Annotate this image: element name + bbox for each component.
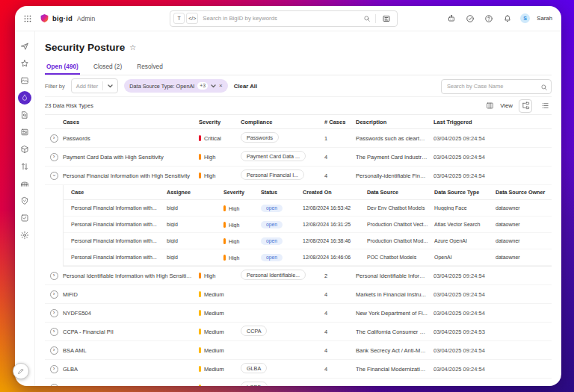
global-search-input[interactable]: [203, 15, 359, 22]
columns-icon[interactable]: [486, 102, 494, 110]
add-filter-label: Add filter: [76, 83, 99, 90]
severity-label: High: [204, 172, 215, 179]
sidebar-item-policies[interactable]: [16, 209, 33, 226]
expander-icon[interactable]: ›: [50, 346, 58, 355]
sidebar-item-security-posture[interactable]: [16, 89, 33, 106]
severity-bar: [199, 347, 201, 353]
table-row[interactable]: ›Personal Identifiable Information with …: [45, 267, 552, 285]
tab-closed[interactable]: Closed (2): [92, 63, 123, 75]
bigid-logo[interactable]: big·id Admin: [40, 13, 95, 23]
logo-text: big·id: [52, 14, 72, 22]
severity-cell: Medium: [199, 347, 241, 354]
status-badge: open: [261, 205, 283, 212]
severity-label: High: [204, 154, 215, 161]
topbar-actions: S Sarah: [445, 13, 552, 25]
expander-icon[interactable]: ›: [50, 365, 58, 373]
search-icon[interactable]: [363, 12, 371, 25]
dashboard-image-icon: [20, 76, 29, 85]
sidebar-item-retention[interactable]: [16, 192, 33, 209]
severity-bar: [223, 255, 226, 261]
edit-fab[interactable]: [13, 363, 29, 379]
expander-icon[interactable]: ›: [50, 153, 58, 161]
case-name: GLBA: [63, 366, 199, 373]
sub-table-row[interactable]: Personal Financial Information with...bi…: [64, 217, 552, 233]
avatar[interactable]: S: [520, 13, 530, 23]
column-header: # Cases: [324, 119, 356, 125]
clear-all-button[interactable]: Clear All: [234, 83, 257, 90]
status-cell: open: [261, 205, 303, 212]
expander-icon[interactable]: ›: [50, 134, 58, 143]
expander-cell: ›: [45, 285, 63, 303]
expander-column-header: [45, 115, 63, 128]
severity-cell: Medium: [199, 329, 241, 335]
advanced-search-icon[interactable]: [380, 13, 392, 25]
settings-gear-icon: [20, 231, 29, 240]
case-search-input[interactable]: [441, 79, 552, 94]
sidebar-item-explore[interactable]: [16, 37, 33, 55]
tab-open[interactable]: Open (490): [45, 63, 80, 75]
add-filter-dropdown[interactable]: Add filter: [71, 78, 119, 93]
severity-cell: High: [223, 255, 261, 261]
sidebar-item-settings[interactable]: [16, 226, 33, 243]
expander-icon[interactable]: ›: [50, 328, 58, 336]
case-count: 1: [324, 135, 356, 142]
column-header: Assignee: [167, 189, 223, 196]
expander-icon[interactable]: ›: [50, 272, 58, 280]
sidebar-item-dashboard[interactable]: [16, 72, 33, 89]
list-view-toggle[interactable]: [538, 99, 552, 113]
column-header: Case: [71, 189, 167, 196]
case-count: 4: [324, 310, 356, 317]
sidebar-item-favorites[interactable]: [16, 55, 33, 72]
severity-cell: Critical: [199, 135, 241, 142]
data-source-type: Azure OpenAI: [434, 238, 496, 243]
expander-cell: ›: [45, 341, 63, 359]
bigid-admin-window: big·id Admin T </>: [15, 6, 561, 386]
sidebar-item-inventory[interactable]: [16, 140, 33, 158]
expander-icon[interactable]: ›: [50, 384, 58, 387]
page-title: Security Posture: [45, 42, 125, 53]
code-search-toggle[interactable]: </>: [186, 13, 198, 24]
status-cell: open: [261, 237, 303, 245]
table-row[interactable]: ›Payment Card Data with High Sensitivity…: [45, 148, 552, 167]
expander-icon[interactable]: ›: [50, 290, 58, 299]
tree-view-toggle[interactable]: [519, 99, 532, 113]
sidebar-item-discovery[interactable]: [16, 106, 33, 123]
sidebar-item-classification[interactable]: [16, 123, 33, 140]
favorite-star-icon[interactable]: ☆: [129, 44, 136, 52]
app-launcher-icon[interactable]: [22, 13, 34, 25]
close-icon[interactable]: ×: [219, 83, 223, 89]
global-search[interactable]: T </>: [170, 10, 398, 27]
check-circle-icon[interactable]: [464, 13, 476, 25]
severity-label: High: [229, 206, 239, 211]
sidebar-item-catalog[interactable]: [16, 175, 33, 192]
sub-table-row[interactable]: Personal Financial Information with...bi…: [64, 233, 552, 249]
bell-icon[interactable]: [502, 13, 513, 25]
assignee: bigid: [167, 222, 223, 227]
active-nav-bubble: [18, 91, 31, 105]
expander-icon[interactable]: ›: [50, 172, 58, 180]
severity-label: Medium: [204, 329, 224, 335]
bot-icon[interactable]: [445, 13, 457, 25]
table-row[interactable]: ›GLBAMediumGLBA4The Financial Modernizat…: [45, 360, 552, 379]
table-row[interactable]: ›BSA AMLMedium4Bank Secrecy Act / Anti-M…: [45, 341, 552, 360]
filter-chip-data-source-type[interactable]: Data Source Type: OpenAI +3 ×: [124, 79, 228, 93]
description: Personally-identifiable Fina...: [356, 172, 433, 179]
last-triggered: 03/04/2025 09:24:54: [433, 135, 504, 142]
tab-resolved[interactable]: Resolved: [135, 63, 164, 75]
assignee: bigid: [167, 255, 223, 260]
table-row[interactable]: ›PasswordsCriticalPasswords1Passwords su…: [45, 129, 552, 148]
table-row[interactable]: ›NYDFS504Medium4New York Department of F…: [45, 304, 552, 323]
table-row[interactable]: ›LGPD - Financial PIIMediumLGPD4Brazil's…: [45, 379, 552, 386]
text-search-toggle[interactable]: T: [173, 13, 185, 24]
table-row[interactable]: ›Personal Financial Information with Hig…: [45, 167, 552, 185]
help-icon[interactable]: [483, 13, 495, 25]
chevron-down-icon[interactable]: [211, 84, 216, 88]
sub-table-row[interactable]: Personal Financial Information with...bi…: [64, 249, 552, 266]
table-row[interactable]: ›MiFIDMedium4Markets in Financial Instru…: [45, 285, 552, 304]
expander-icon[interactable]: ›: [50, 309, 58, 317]
table-row[interactable]: ›CCPA - Financial PIIMediumCCPA4The Cali…: [45, 323, 552, 341]
sub-table-row[interactable]: Personal Financial Information with...bi…: [64, 200, 552, 217]
column-header: Description: [356, 119, 433, 125]
sidebar-item-data-flows[interactable]: [16, 158, 33, 175]
compliance-chip: Payment Card Data ...: [241, 151, 306, 161]
